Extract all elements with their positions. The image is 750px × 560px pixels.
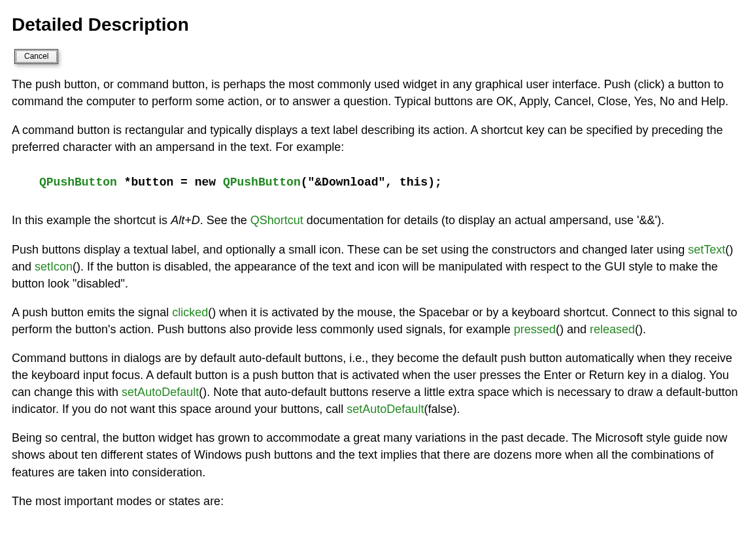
code-token: * <box>117 176 131 189</box>
text: A push button emits the signal <box>12 306 172 319</box>
paragraph-shortcut-detail: In this example the shortcut is Alt+D. S… <box>12 212 738 229</box>
keyboard-shortcut: Alt+D <box>171 214 200 227</box>
link-qshortcut[interactable]: QShortcut <box>250 214 303 227</box>
paragraph-label-icon: Push buttons display a textual label, an… <box>12 241 738 292</box>
paragraph-shortcut-intro: A command button is rectangular and typi… <box>12 122 738 156</box>
text: (false). <box>424 403 460 416</box>
code-token: QPushButton <box>39 176 117 189</box>
code-token: = <box>173 176 194 189</box>
paragraph-variations: Being so central, the button widget has … <box>12 429 738 480</box>
link-seticon[interactable]: setIcon <box>35 260 73 273</box>
code-token: "&Download" <box>308 176 386 189</box>
paragraph-modes-intro: The most important modes or states are: <box>12 493 738 510</box>
code-token: this <box>400 176 428 189</box>
link-released[interactable]: released <box>590 323 635 336</box>
paragraph-autodefault: Command buttons in dialogs are by defaul… <box>12 350 738 418</box>
code-token: QPushButton <box>223 176 301 189</box>
code-example: QPushButton *button = new QPushButton("&… <box>12 174 738 191</box>
text: documentation for details (to display an… <box>303 214 664 227</box>
code-token: ); <box>428 176 442 189</box>
code-token: ( <box>301 176 308 189</box>
code-token: button <box>131 176 173 189</box>
link-setautodefault-1[interactable]: setAutoDefault <box>122 386 199 399</box>
text: (). <box>635 323 646 336</box>
link-clicked[interactable]: clicked <box>172 306 208 319</box>
text: Push buttons display a textual label, an… <box>12 243 688 256</box>
text: (). If the button is disabled, the appea… <box>12 260 718 290</box>
text: () and <box>556 323 590 336</box>
text: In this example the shortcut is <box>12 214 171 227</box>
cancel-button-demo: Cancel <box>14 49 58 64</box>
link-settext[interactable]: setText <box>688 243 725 256</box>
paragraph-signals: A push button emits the signal clicked()… <box>12 304 738 338</box>
paragraph-intro: The push button, or command button, is p… <box>12 76 738 110</box>
link-setautodefault-2[interactable]: setAutoDefault <box>347 403 424 416</box>
code-token: , <box>385 176 400 189</box>
code-token <box>216 176 223 189</box>
code-token: new <box>195 176 216 189</box>
link-pressed[interactable]: pressed <box>514 323 556 336</box>
text: . See the <box>200 214 250 227</box>
page-title: Detailed Description <box>12 12 738 39</box>
